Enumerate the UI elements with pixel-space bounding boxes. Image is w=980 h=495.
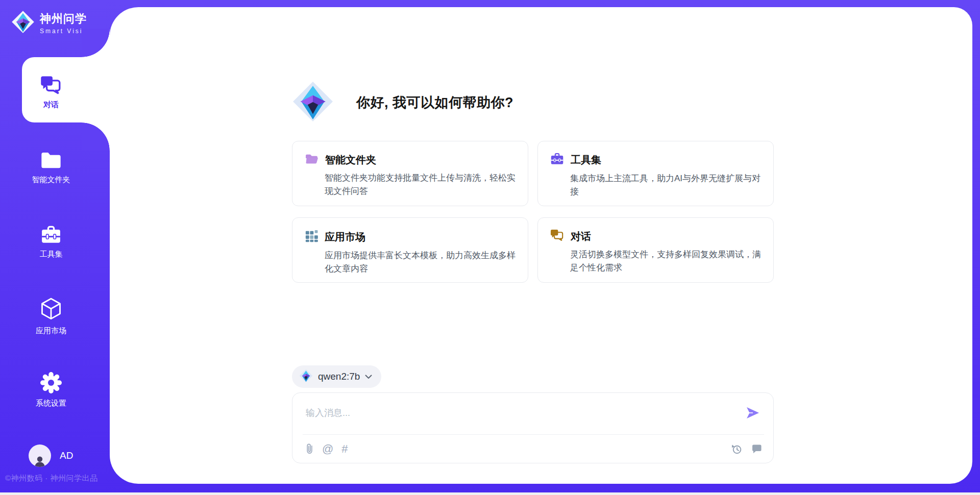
card-description: 智能文件夹功能支持批量文件上传与清洗，轻松实现文件问答 <box>325 171 516 197</box>
card-chat[interactable]: 对话 灵活切换多模型文件，支持多样回复效果调试，满足个性化需求 <box>537 217 774 283</box>
sidebar-item-toolset[interactable]: 工具集 <box>10 225 92 259</box>
sidebar-item-label: 系统设置 <box>10 399 92 408</box>
chat-bubbles-icon <box>40 76 62 97</box>
feature-cards: 智能文件夹 智能文件夹功能支持批量文件上传与清洗，轻松实现文件问答 工具集 集成… <box>292 141 774 283</box>
model-name: qwen2:7b <box>318 371 360 382</box>
chat-bubbles-icon <box>550 229 564 243</box>
sidebar-item-chat[interactable]: 对话 <box>10 76 92 110</box>
at-sign-icon: @ <box>322 442 333 455</box>
card-title: 对话 <box>571 230 591 243</box>
greeting-block: 你好, 我可以如何帮助你? <box>292 81 513 125</box>
card-description: 应用市场提供丰富长文本模板，助力高效生成多样化文章内容 <box>325 249 516 275</box>
sidebar-item-label: 对话 <box>10 100 92 110</box>
card-title: 智能文件夹 <box>325 153 376 167</box>
paperclip-icon <box>305 449 314 457</box>
copyright-text: ©神州数码 · 神州问学出品 <box>5 474 97 483</box>
chat-bubble-icon <box>751 448 762 456</box>
message-input[interactable] <box>306 405 734 420</box>
mention-button[interactable]: @ <box>322 443 333 455</box>
model-logo-icon <box>299 369 313 385</box>
avatar <box>29 444 51 467</box>
folder-icon <box>40 151 62 172</box>
sidebar: 神州问学 Smart Vision 对话 智能文件夹 <box>0 0 110 484</box>
message-composer: @ # <box>292 392 774 463</box>
composer-divider <box>303 434 764 435</box>
brand-name: 神州问学 <box>40 11 93 27</box>
attach-file-button[interactable] <box>305 443 314 455</box>
page-title: 你好, 我可以如何帮助你? <box>356 93 513 112</box>
user-name: AD <box>60 450 73 461</box>
sidebar-item-label: 工具集 <box>10 250 92 259</box>
brand-logo-icon <box>11 10 35 36</box>
card-smart-folder[interactable]: 智能文件夹 智能文件夹功能支持批量文件上传与清洗，轻松实现文件问答 <box>292 141 528 206</box>
chevron-down-icon <box>365 372 372 381</box>
history-clock-icon <box>731 449 743 457</box>
sidebar-item-settings[interactable]: 系统设置 <box>10 372 92 408</box>
sidebar-item-app-market[interactable]: 应用市场 <box>10 298 92 336</box>
card-description: 集成市场上主流工具，助力AI与外界无缝扩展与对接 <box>570 172 761 198</box>
page-bottom-edge <box>0 492 980 495</box>
grid-cube-icon <box>305 229 318 244</box>
card-toolset[interactable]: 工具集 集成市场上主流工具，助力AI与外界无缝扩展与对接 <box>537 141 774 206</box>
hash-icon: # <box>341 442 348 455</box>
user-profile[interactable]: AD <box>29 444 73 467</box>
history-button[interactable] <box>731 443 743 455</box>
card-title: 应用市场 <box>325 230 365 244</box>
card-app-market[interactable]: 应用市场 应用市场提供丰富长文本模板，助力高效生成多样化文章内容 <box>292 217 528 283</box>
sidebar-item-label: 应用市场 <box>10 326 92 336</box>
card-description: 灵活切换多模型文件，支持多样回复效果调试，满足个性化需求 <box>570 248 761 274</box>
send-button[interactable] <box>746 406 760 419</box>
model-selector[interactable]: qwen2:7b <box>292 365 381 388</box>
sidebar-item-label: 智能文件夹 <box>10 175 92 185</box>
main-panel: 你好, 我可以如何帮助你? 智能文件夹 智能文件夹功能支持批量文件上传与清洗，轻… <box>110 7 972 484</box>
toolbox-icon <box>550 153 564 167</box>
assistant-logo <box>292 81 334 125</box>
brand: 神州问学 Smart Vision <box>11 10 93 36</box>
toolbox-icon <box>40 225 62 246</box>
card-title: 工具集 <box>571 153 601 167</box>
cube-icon <box>40 298 62 319</box>
gear-icon <box>40 372 62 393</box>
folder-open-icon <box>305 153 318 167</box>
new-chat-button[interactable] <box>751 444 762 454</box>
sidebar-item-smart-folder[interactable]: 智能文件夹 <box>10 151 92 185</box>
topic-button[interactable]: # <box>341 443 348 455</box>
